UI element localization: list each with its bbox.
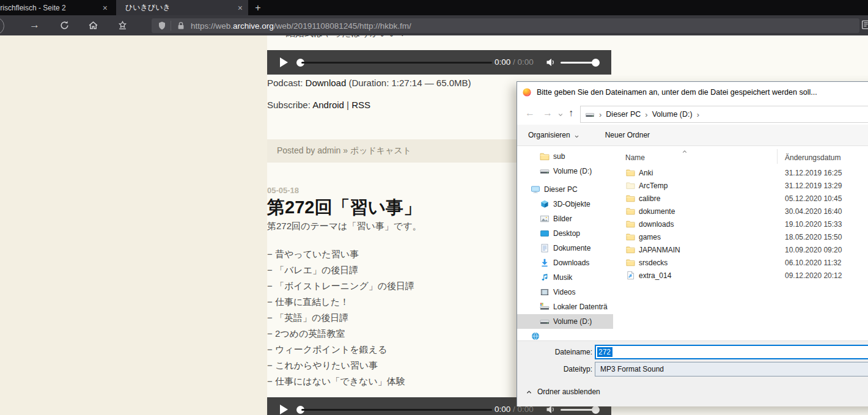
tree-item-volume-d[interactable]: Volume (D:) <box>517 314 613 329</box>
rss-link[interactable]: RSS <box>351 100 370 110</box>
post-subtitle: 第272回のテーマは「習い事」です。 <box>267 221 422 232</box>
reload-icon[interactable] <box>59 20 70 31</box>
url-bar[interactable]: https://web.archive.org/web/201911080812… <box>152 18 859 33</box>
close-icon[interactable]: × <box>238 4 243 12</box>
breadcrumb-chevron-icon: › <box>697 110 699 119</box>
tree-item-lokaler-datentr[interactable]: Lokaler Datenträ <box>517 299 613 314</box>
file-row[interactable]: srsdecks06.10.2020 11:32 <box>613 256 868 269</box>
progress-track[interactable] <box>301 62 492 64</box>
posted-text: Posted by admin » ポッドキャスト <box>277 145 411 156</box>
nav-up-icon[interactable]: ↑ <box>568 108 573 119</box>
android-link[interactable]: Android <box>312 100 344 110</box>
breadcrumb-item[interactable]: Volume (D:) <box>652 110 693 119</box>
tree-item-dieser-pc[interactable]: Dieser PC <box>517 182 613 197</box>
tab-frischfleisch[interactable]: Frischfleisch - Seite 2 × <box>0 0 113 15</box>
music-icon <box>540 273 550 282</box>
file-row[interactable]: downloads19.10.2020 15:33 <box>613 218 868 230</box>
file-date: 19.10.2020 15:33 <box>785 220 842 229</box>
tab-hiikibiiki-active[interactable]: ひいきびいき × <box>116 0 248 15</box>
volume-thumb[interactable] <box>592 59 600 67</box>
library-icon[interactable] <box>117 20 128 31</box>
file-row[interactable]: calibre05.12.2020 10:45 <box>613 192 868 205</box>
tree-item-label: Downloads <box>553 259 589 267</box>
organize-button[interactable]: Organisieren <box>528 131 579 139</box>
file-row[interactable]: extra_01409.12.2020 20:12 <box>613 269 868 282</box>
file-name: Anki <box>639 169 653 177</box>
tree-item-label: Volume (D:) <box>553 317 592 326</box>
tree-item-downloads[interactable]: Downloads <box>517 255 613 270</box>
tree-item-videos[interactable]: Videos <box>517 285 613 299</box>
column-divider[interactable] <box>777 149 778 164</box>
file-row[interactable]: JAPANMAIN10.09.2020 09:20 <box>613 243 868 256</box>
firefox-icon <box>522 87 532 97</box>
post-title[interactable]: 第272回「習い事」 <box>267 196 421 220</box>
filetype-select[interactable]: MP3 Format Sound <box>595 362 868 376</box>
tree-item-3d-objekte[interactable]: 3D-Objekte <box>517 197 613 211</box>
browser-toolbar: → https://web.archive.org/web/2019110808… <box>0 15 868 35</box>
play-icon[interactable] <box>280 57 288 67</box>
back-icon[interactable] <box>0 17 4 35</box>
dialog-main: subVolume (D:)Dieser PC3D-ObjekteBilderD… <box>517 146 868 340</box>
home-icon[interactable] <box>88 20 98 31</box>
dialog-nav-row: ← → ↑ ›Dieser PC›Volume (D:)› <box>517 103 868 125</box>
post-topic-item: − 「ボイストレーニング」の後日譚 <box>267 278 414 294</box>
hide-folders-button[interactable]: Ordner ausblenden <box>526 387 600 396</box>
tree-item-netzwerk[interactable] <box>517 329 613 340</box>
column-header-date[interactable]: Änderungsdatum <box>785 153 840 162</box>
chevron-up-icon <box>526 389 532 395</box>
file-row[interactable]: Anki31.12.2019 16:25 <box>613 166 868 179</box>
file-name: srsdecks <box>639 259 668 267</box>
tree-item-bilder[interactable]: Bilder <box>517 211 613 226</box>
breadcrumb-item[interactable]: Dieser PC <box>606 110 641 119</box>
download-link[interactable]: Download <box>306 78 347 88</box>
folder-icon <box>626 258 635 267</box>
forward-icon[interactable]: → <box>29 20 43 30</box>
nav-forward-icon[interactable]: → <box>543 108 553 119</box>
column-header-name[interactable]: Name <box>625 153 645 162</box>
progress-track[interactable] <box>301 409 492 411</box>
volume-track[interactable] <box>561 62 596 64</box>
new-tab-button[interactable]: + <box>249 0 267 15</box>
volume-thumb[interactable] <box>592 406 600 414</box>
post-topic-item: − 昔やっていた習い事 <box>267 246 414 262</box>
filename-input[interactable]: 272 <box>595 345 868 359</box>
tree-item-sub[interactable]: sub <box>517 149 613 164</box>
file-row[interactable]: ArcTemp31.12.2019 13:29 <box>613 179 868 192</box>
pc-icon <box>531 185 540 194</box>
page-left-margin <box>0 35 267 415</box>
file-name: downloads <box>639 220 674 229</box>
file-pane: Name Änderungsdatum Anki31.12.2019 16:25… <box>613 146 868 340</box>
tree-item-label: Bilder <box>553 215 572 223</box>
drive-icon <box>540 166 550 176</box>
nav-back-icon[interactable]: ← <box>525 108 535 119</box>
shield-icon[interactable] <box>157 21 167 31</box>
folder-icon <box>626 232 635 241</box>
tab-title: Frischfleisch - Seite 2 <box>0 4 100 12</box>
speaker-icon[interactable] <box>546 57 556 67</box>
tree-item-desktop[interactable]: Desktop <box>517 226 613 241</box>
tree-item-volume-d[interactable]: Volume (D:) <box>517 164 613 178</box>
dialog-titlebar[interactable]: Bitte geben Sie den Dateinamen an, unter… <box>517 82 868 103</box>
tree-item-dokumente[interactable]: Dokumente <box>517 241 613 255</box>
page-actions-icon[interactable] <box>861 20 868 30</box>
volume-track[interactable] <box>561 409 596 411</box>
audio-file-icon <box>626 271 635 280</box>
close-icon[interactable]: × <box>103 4 108 12</box>
tree-item-label: sub <box>553 152 565 161</box>
file-row[interactable]: games18.05.2020 15:50 <box>613 230 868 243</box>
tree-item-musik[interactable]: Musik <box>517 270 613 285</box>
podcast-line: Podcast: Download (Duration: 1:27:14 — 6… <box>267 78 471 88</box>
dialog-toolbar: Organisieren Neuer Ordner <box>517 125 868 146</box>
nav-history-chevron-icon[interactable] <box>557 111 564 117</box>
lock-icon[interactable] <box>176 21 186 31</box>
save-file-dialog: Bitte geben Sie den Dateinamen an, unter… <box>517 81 868 406</box>
breadcrumb-chevron-icon: › <box>645 110 647 119</box>
cube-icon <box>540 199 550 209</box>
urlbar-divider <box>171 21 171 31</box>
new-folder-button[interactable]: Neuer Ordner <box>605 131 650 139</box>
file-row[interactable]: dokumente30.04.2020 16:40 <box>613 205 868 218</box>
file-date: 31.12.2019 16:25 <box>785 169 842 177</box>
play-icon[interactable] <box>280 405 288 414</box>
breadcrumb[interactable]: ›Dieser PC›Volume (D:)› <box>580 106 868 123</box>
download-icon <box>540 258 550 268</box>
